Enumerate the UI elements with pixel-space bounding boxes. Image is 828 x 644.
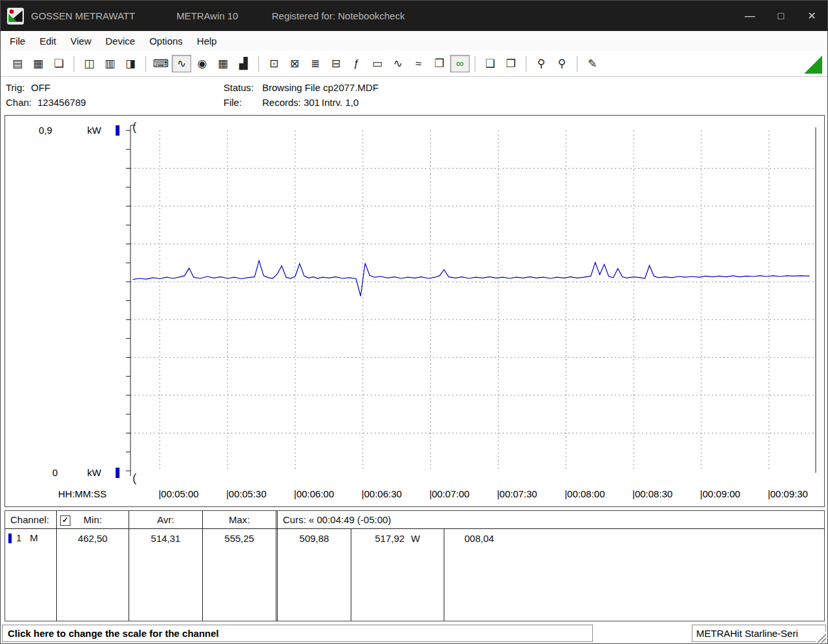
status-device: METRAHit Starline-Seri <box>692 625 826 642</box>
chan-label: Chan: <box>6 97 32 108</box>
monitor-stop-button[interactable]: ⊠ <box>285 55 304 72</box>
device-read-icon: ◫ <box>84 58 94 69</box>
device-memory-button[interactable]: ▥ <box>100 55 119 72</box>
channel-color-marker-top <box>116 125 119 136</box>
x-tick-label: |00:07:00 <box>430 488 470 499</box>
file-new-icon: ▤ <box>12 58 23 69</box>
channel-setup-icon: ≣ <box>311 58 320 69</box>
toolbar: ▤▦❏◫▥◨⌨∿◉▦▟⊡⊠≣⊟ƒ▭∿≈❐∞❑❒⚲⚲✎ <box>1 51 827 77</box>
x-tick-labels: HH:MM:SS |00:05:00|00:05:30|00:06:00|00:… <box>5 488 824 503</box>
menu-options[interactable]: Options <box>142 33 190 49</box>
envelope-icon: ≈ <box>415 58 421 69</box>
cursor1-value-cell: 509,88 <box>278 529 351 621</box>
x-axis-format-label: HH:MM:SS <box>58 488 107 499</box>
menu-view[interactable]: View <box>63 33 98 49</box>
channel-setup-button[interactable]: ≣ <box>305 55 325 72</box>
info-bar: Trig: OFF Chan: 123456789 Status: Browsi… <box>1 78 827 114</box>
print-preview-button[interactable]: ❑ <box>481 55 500 72</box>
view-table-button[interactable]: ▦ <box>213 55 233 72</box>
copy-channel-button[interactable]: ❐ <box>430 55 449 72</box>
close-button[interactable]: ✕ <box>796 1 827 31</box>
file-open-button[interactable]: ❏ <box>49 55 68 72</box>
print-icon: ❒ <box>506 58 515 69</box>
file-save-icon: ▦ <box>33 58 43 69</box>
plot-area[interactable]: ( ( <box>130 124 816 477</box>
toolbar-separator <box>526 56 526 72</box>
zoom-button[interactable]: ⚲ <box>552 55 572 72</box>
channel-id-cell[interactable]: 1M <box>5 529 57 621</box>
toolbar-separator <box>577 56 577 72</box>
delta-value-cell: 008,04 <box>444 529 824 621</box>
header-max: Max: <box>203 511 278 528</box>
pc-transfer-button[interactable]: ▭ <box>367 55 387 72</box>
cursor-bracket-bottom: ( <box>132 472 136 484</box>
device-export-button[interactable]: ◨ <box>121 55 140 72</box>
channel-color-icon <box>8 534 12 543</box>
x-tick-label: |00:06:30 <box>362 488 402 499</box>
file-new-button[interactable]: ▤ <box>8 55 27 72</box>
monitor-start-button[interactable]: ⊡ <box>264 55 284 72</box>
display-config-icon: ⊟ <box>331 58 340 69</box>
header-channel[interactable]: Channel: <box>5 511 57 528</box>
header-avr: Avr: <box>129 511 203 528</box>
title-registered: Registered for: Notebookcheck <box>272 10 405 21</box>
y-axis-max-label[interactable]: 0,9 <box>39 125 52 136</box>
menu-device[interactable]: Device <box>98 33 142 49</box>
x-tick-label: |00:09:30 <box>768 488 808 499</box>
y-axis-min-label[interactable]: 0 <box>52 467 57 478</box>
print-preview-icon: ❑ <box>485 58 495 69</box>
toolbar-separator <box>74 56 74 72</box>
channel-number: 1 <box>16 532 21 543</box>
signal-icon: ∿ <box>393 58 402 69</box>
x-tick-label: |00:08:30 <box>632 488 672 499</box>
min-value-cell: 462,50 <box>57 529 129 621</box>
menu-file[interactable]: File <box>3 33 32 49</box>
file-save-button[interactable]: ▦ <box>28 55 48 72</box>
menu-edit[interactable]: Edit <box>32 33 63 49</box>
x-tick-label: |00:06:00 <box>294 488 334 499</box>
title-app-name: METRAwin 10 <box>176 10 238 21</box>
view-bar-button[interactable]: ▟ <box>234 55 253 72</box>
status-value: Browsing File cp2077.MDF <box>262 82 378 93</box>
channel-row[interactable]: 1M 462,50 514,31 555,25 509,88 517,92W 0… <box>5 529 824 621</box>
header-cursor[interactable]: Curs: « 00:04:49 (-05:00) <box>278 511 444 528</box>
toolbar-separator <box>475 56 475 72</box>
device-memory-icon: ▥ <box>105 58 115 69</box>
trig-label: Trig: <box>6 82 25 93</box>
menu-help[interactable]: Help <box>190 33 224 49</box>
view-numeric-button[interactable]: ⌨ <box>151 55 171 72</box>
status-label: Status: <box>223 82 254 93</box>
power-trend-line <box>133 260 810 296</box>
view-trend-button[interactable]: ∿ <box>172 55 191 72</box>
toolbar-separator <box>258 56 259 72</box>
y-axis-unit-top: kW <box>87 125 101 136</box>
plot-svg <box>130 124 816 477</box>
x-tick-label: |00:05:00 <box>158 488 198 499</box>
minimize-button[interactable]: — <box>734 1 765 31</box>
print-button[interactable]: ❒ <box>501 55 521 72</box>
file-interval: Intrv. 1,0 <box>322 97 358 108</box>
envelope-button[interactable]: ≈ <box>409 55 428 72</box>
view-analog-button[interactable]: ◉ <box>192 55 212 72</box>
formula-button[interactable]: ƒ <box>347 55 366 72</box>
x-tick-label: |00:05:30 <box>226 488 266 499</box>
display-config-button[interactable]: ⊟ <box>326 55 346 72</box>
status-bar: Click here to change the scale for the c… <box>1 623 827 644</box>
file-open-icon: ❏ <box>54 58 63 69</box>
app-icon <box>7 8 24 25</box>
device-read-button[interactable]: ◫ <box>79 55 99 72</box>
maximize-button[interactable]: □ <box>765 1 796 31</box>
file-records: Records: 301 <box>262 97 320 108</box>
signal-button[interactable]: ∿ <box>388 55 408 72</box>
notes-button[interactable]: ✎ <box>583 55 602 72</box>
zoom-reset-button[interactable]: ⚲ <box>532 55 551 72</box>
status-hint[interactable]: Click here to change the scale for the c… <box>2 625 593 642</box>
channel-mode: M <box>30 532 38 543</box>
live-view-icon: ∞ <box>456 58 464 69</box>
live-view-button[interactable]: ∞ <box>450 55 470 72</box>
channel-visible-checkbox[interactable]: ✓ <box>60 515 70 526</box>
menu-bar: FileEditViewDeviceOptionsHelp <box>1 31 827 51</box>
cursor-bracket-top: ( <box>132 120 136 132</box>
formula-icon: ƒ <box>353 58 359 69</box>
trig-value: OFF <box>31 82 50 93</box>
